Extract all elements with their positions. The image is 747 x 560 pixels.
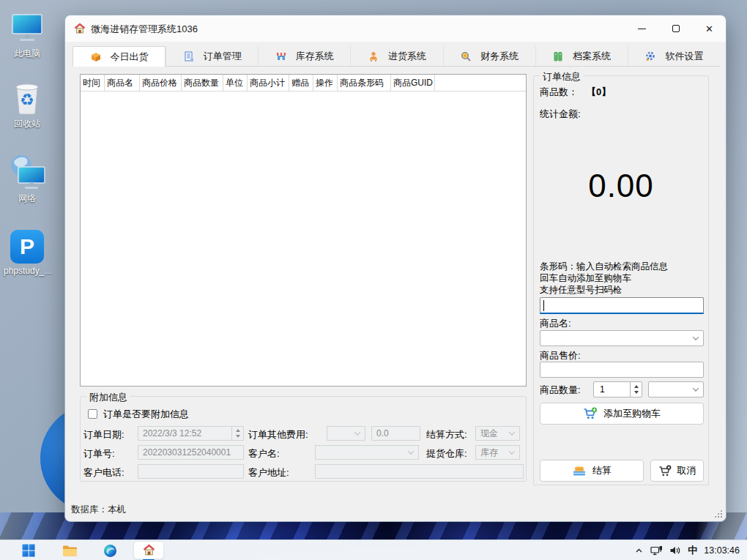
edge-icon [103,544,117,558]
total-label: 统计金额: [540,108,581,121]
desktop-icon-label: 回收站 [4,118,51,130]
customer-name-dropdown[interactable] [315,445,419,460]
checkout-button[interactable]: 结算 [540,460,644,482]
add-to-cart-button[interactable]: 添加至购物车 [540,403,704,425]
minimize-button[interactable] [625,15,658,42]
tab-label: 库存系统 [296,50,334,63]
desktop-icon-label: phpstudy_... [4,266,51,276]
chevron-down-icon [354,429,360,435]
svg-text:♻: ♻ [20,91,34,109]
product-price-label: 商品售价: [540,349,581,362]
barcode-input[interactable] [540,297,704,314]
col-guid[interactable]: 商品GUID [391,75,435,91]
payment-method-label: 结算方式: [426,428,467,441]
tab-today-shipment[interactable]: 今日出货 [73,46,166,67]
order-doc-icon [183,51,195,62]
col-quantity[interactable]: 商品数量 [182,75,223,91]
customer-address-input[interactable] [315,464,524,479]
desktop-icon-label: 网络 [4,193,51,205]
other-fee-input[interactable]: 0.0 [371,426,420,441]
app-home-icon [74,23,86,34]
order-date-label: 订单日期: [83,428,124,441]
desktop-icon-label: 此电脑 [4,48,51,60]
warehouse-dropdown[interactable]: 库存 [475,445,520,460]
taskbar-app-button[interactable] [133,541,164,559]
col-time[interactable]: 时间 [81,75,105,91]
quantity-spinner-arrows[interactable] [630,382,642,397]
archive-books-icon [552,51,564,62]
cancel-button[interactable]: 取消 [650,460,704,482]
minimize-icon [638,29,646,29]
payment-method-dropdown[interactable]: 现金 [475,426,520,441]
gear-icon [644,51,656,62]
customer-address-label: 客户地址: [248,466,289,479]
phpstudy-icon: P [10,230,44,264]
order-info-group: 订单信息 商品数： 【0】 统计金额: 0.00 条形码：输入自动检索商品信息 … [533,75,709,485]
tab-inventory-system[interactable]: 库存系统 [258,46,350,66]
unit-dropdown[interactable] [648,381,704,397]
customer-phone-label: 客户电话: [83,466,124,479]
desktop: 此电脑 ♻ 回收站 网络 P phpstudy_... [0,0,747,560]
tab-label: 软件设置 [665,50,703,63]
col-price[interactable]: 商品价格 [140,75,182,91]
desktop-icon-recycle-bin[interactable]: ♻ 回收站 [4,79,51,130]
other-fee-dropdown[interactable] [327,426,365,441]
quantity-label: 商品数量: [540,384,581,397]
tab-order-management[interactable]: 订单管理 [166,46,258,66]
network-icon[interactable] [650,545,663,556]
tab-purchase-system[interactable]: 进货系统 [350,46,442,66]
window-title: 微海进销存管理系统1036 [91,23,198,36]
tray-chevron-up-icon[interactable] [634,546,644,556]
barcode-hint-3: 支持任意型号扫码枪 [540,284,622,296]
desktop-icon-this-pc[interactable]: 此电脑 [4,9,51,60]
col-subtotal[interactable]: 商品小计 [248,75,289,91]
col-gift[interactable]: 赠品 [289,75,313,91]
statusbar-database: 数据库：本机 [71,504,126,516]
product-name-label: 商品名: [540,317,571,330]
close-button[interactable]: ✕ [693,15,726,42]
date-spinner[interactable] [231,427,243,440]
chevron-down-icon [408,448,414,454]
barcode-hint-1: 条形码：输入自动检索商品信息 [540,261,668,272]
edge-browser-button[interactable] [102,542,118,559]
item-count-value: 【0】 [587,86,611,99]
desktop-icon-phpstudy[interactable]: P phpstudy_... [4,227,51,276]
maximize-button[interactable] [659,15,692,42]
chevron-down-icon [509,429,515,435]
file-explorer-button[interactable] [62,542,78,559]
tab-software-settings[interactable]: 软件设置 [628,46,720,66]
product-price-input[interactable] [540,362,704,378]
start-button[interactable] [21,542,37,559]
product-name-dropdown[interactable] [540,330,704,346]
package-icon [90,51,102,63]
chevron-down-icon [693,385,699,391]
col-unit[interactable]: 单位 [223,75,248,91]
speaker-icon[interactable] [669,545,681,556]
desktop-icon-network[interactable]: 网络 [4,154,51,205]
other-fee-label: 订单其他费用: [248,428,308,441]
tab-finance-system[interactable]: 财务系统 [443,46,535,66]
tab-label: 订单管理 [204,50,242,63]
network-icon [4,154,51,190]
app-home-icon [143,544,155,556]
tab-archive-system[interactable]: 档案系统 [535,46,628,66]
col-action[interactable]: 操作 [313,75,338,91]
col-product-name[interactable]: 商品名 [105,75,140,91]
ime-indicator[interactable]: 中 [688,544,697,557]
order-date-field[interactable]: 2022/3/3 12:52 [138,426,244,441]
extra-info-checkbox[interactable] [88,409,97,419]
order-no-field[interactable]: 202203031252040001 [138,445,244,460]
tab-label: 今日出货 [111,51,149,64]
cart-table[interactable]: 时间 商品名 商品价格 商品数量 单位 商品小计 赠品 操作 商品条形码 商品G… [80,74,527,387]
this-pc-icon [4,9,51,45]
resize-grip[interactable] [714,509,722,518]
col-barcode[interactable]: 商品条形码 [338,75,391,91]
customer-phone-input[interactable] [138,464,244,479]
quantity-stepper[interactable]: 1 [593,381,642,397]
recycle-bin-icon: ♻ [4,79,51,116]
magnifier-icon [460,51,472,62]
extra-info-checkbox-label: 订单是否要附加信息 [103,408,189,421]
order-no-label: 订单号: [83,447,115,460]
cart-table-header: 时间 商品名 商品价格 商品数量 单位 商品小计 赠品 操作 商品条形码 商品G… [81,75,526,92]
taskbar-clock[interactable]: 13:03:46 [704,545,740,556]
